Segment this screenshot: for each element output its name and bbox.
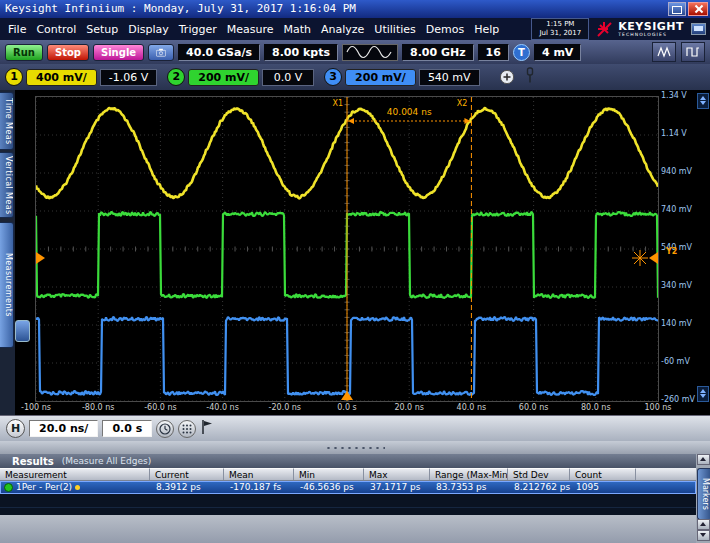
channel-number-badge[interactable]: 2 xyxy=(167,68,185,86)
waveform-plot[interactable]: 40.004 nsX1X2 xyxy=(35,96,659,402)
display-icon[interactable] xyxy=(691,23,706,35)
scroll-up-button[interactable] xyxy=(697,454,710,465)
trigger-badge[interactable]: T xyxy=(513,44,530,61)
measurement-max: 37.1717 ps xyxy=(365,482,431,493)
results-subtitle: (Measure All Edges) xyxy=(62,456,152,466)
single-button[interactable]: Single xyxy=(93,44,144,61)
delta-time-label: 40.004 ns xyxy=(387,107,432,117)
channel-scale-button[interactable]: 200 mV/ xyxy=(188,69,259,86)
square-pulse-icon xyxy=(686,45,700,59)
x-axis-label: 40.0 ns xyxy=(457,403,487,412)
x-axis-label: 60.0 ns xyxy=(519,403,549,412)
x-axis-label: 80.0 ns xyxy=(581,403,611,412)
measurement-color-icon xyxy=(4,483,13,492)
channel-scale-button[interactable]: 400 mV/ xyxy=(26,69,97,86)
channel-offset-field[interactable]: -1.06 V xyxy=(100,69,157,86)
window-title: Keysight Infiniium : Monday, July 31, 20… xyxy=(5,2,356,15)
scroll-up-down-icon[interactable] xyxy=(697,93,709,109)
touch-zones-button[interactable] xyxy=(178,420,196,438)
sample-rate-field[interactable]: 40.0 GSa/s xyxy=(178,44,260,61)
horizontal-badge[interactable]: H xyxy=(6,419,25,438)
delay-knob-button[interactable] xyxy=(156,420,174,438)
down-arrow-icon xyxy=(700,533,706,537)
x-axis-label: -80.0 ns xyxy=(82,403,114,412)
y2-cursor-label[interactable]: Y2 xyxy=(666,247,677,256)
menu-item[interactable]: Help xyxy=(469,21,504,38)
column-header[interactable]: Max xyxy=(364,468,430,480)
memory-depth-field[interactable]: 8.00 kpts xyxy=(264,44,338,61)
clock-date: Jul 31, 2017 xyxy=(539,29,581,38)
run-button[interactable]: Run xyxy=(5,44,43,61)
menu-item[interactable]: Analyze xyxy=(316,21,369,38)
y-axis-label: 940 mV xyxy=(661,167,692,176)
menu-item[interactable]: Math xyxy=(278,21,316,38)
channel-group: 2 200 mV/ 0.0 V xyxy=(167,68,314,86)
bandwidth-field[interactable]: 8.00 GHz xyxy=(402,44,474,61)
menu-item[interactable]: Display xyxy=(123,21,174,38)
title-bar: Keysight Infiniium : Monday, July 31, 20… xyxy=(0,0,710,18)
channel-group: 3 200 mV/ 540 mV xyxy=(324,68,480,86)
camera-icon xyxy=(156,46,166,59)
probe-setup-button[interactable] xyxy=(523,67,537,88)
menu-item[interactable]: Trigger xyxy=(174,21,222,38)
channel-number-badge[interactable]: 3 xyxy=(324,68,342,86)
column-header[interactable]: Min xyxy=(294,468,364,480)
tab-markers[interactable]: Markers xyxy=(697,468,710,520)
stop-button[interactable]: Stop xyxy=(47,44,89,61)
column-header[interactable]: Std Dev xyxy=(508,468,570,480)
drag-handle-icon[interactable] xyxy=(15,320,30,342)
channel-offset-field[interactable]: 0.0 V xyxy=(262,69,314,86)
column-header[interactable]: Mean xyxy=(224,468,294,480)
pulse-tools-button[interactable] xyxy=(681,42,705,62)
channel-number-badge[interactable]: 1 xyxy=(5,68,23,86)
keysight-logo: KEYSIGHT TECHNOLOGIES xyxy=(596,20,684,38)
y-axis-label: 140 mV xyxy=(661,319,692,328)
x-axis-label: -60.0 ns xyxy=(144,403,176,412)
tab-time-meas[interactable]: Time Meas xyxy=(0,92,14,150)
timebase-position-field[interactable]: 0.0 s xyxy=(102,420,152,437)
timebase-scale-field[interactable]: 20.0 ns/ xyxy=(29,420,98,437)
column-header[interactable]: Measurement xyxy=(0,468,150,480)
results-title: Results xyxy=(12,456,54,467)
clock-icon xyxy=(159,423,171,435)
trigger-level-field[interactable]: 4 mV xyxy=(534,44,581,61)
close-button[interactable] xyxy=(688,2,708,16)
timebase-bar: H 20.0 ns/ 0.0 s xyxy=(0,415,710,441)
scroll-down-button[interactable] xyxy=(697,530,710,541)
waveform-tools-button[interactable] xyxy=(652,42,676,62)
waveform-canvas: 40.004 nsX1X2 xyxy=(36,97,658,401)
sine-wave-icon xyxy=(345,45,395,59)
menu-item[interactable]: Setup xyxy=(81,21,123,38)
menu-item[interactable]: Utilities xyxy=(369,21,420,38)
results-footer xyxy=(0,515,710,543)
channel-scale-button[interactable]: 200 mV/ xyxy=(345,69,416,86)
menu-item[interactable]: Demos xyxy=(421,21,469,38)
measurement-count: 1095 xyxy=(571,482,637,493)
tab-vertical-meas[interactable]: Vertical Meas xyxy=(0,152,14,218)
menu-item[interactable]: Control xyxy=(31,21,81,38)
minimize-icon xyxy=(672,6,682,14)
menu-item[interactable]: File xyxy=(3,21,31,38)
up-arrow-icon-2 xyxy=(700,522,706,526)
x2-cursor-label: X2 xyxy=(457,99,468,108)
channel-offset-field[interactable]: 540 mV xyxy=(419,69,480,86)
result-row[interactable]: 1Per - Per(2) 8.3912 ps -170.187 fs -46.… xyxy=(0,481,696,494)
scroll-up-down-icon-bottom[interactable] xyxy=(697,386,709,402)
screenshot-button[interactable] xyxy=(148,44,174,61)
averaging-count-field[interactable]: 16 xyxy=(478,44,509,61)
column-header[interactable]: Range (Max-Min) xyxy=(430,468,508,480)
acquisition-mode-button[interactable] xyxy=(342,44,398,61)
tab-measurements[interactable]: Measurements xyxy=(0,222,14,348)
results-header: Results (Measure All Edges) xyxy=(0,454,710,468)
column-header[interactable]: Current xyxy=(150,468,224,480)
oscilloscope-window: Keysight Infiniium : Monday, July 31, 20… xyxy=(0,0,710,543)
menu-item[interactable]: Measure xyxy=(222,21,279,38)
measurement-current: 8.3912 ps xyxy=(151,482,225,493)
scroll-up-button-2[interactable] xyxy=(697,519,710,530)
add-waveform-button[interactable] xyxy=(499,69,516,86)
y-cursor-right-marker xyxy=(649,252,658,264)
panel-splitter[interactable] xyxy=(0,441,710,454)
marker-flag-button[interactable] xyxy=(200,419,213,439)
minimize-button[interactable] xyxy=(668,2,686,16)
column-header[interactable]: Count xyxy=(570,468,636,480)
